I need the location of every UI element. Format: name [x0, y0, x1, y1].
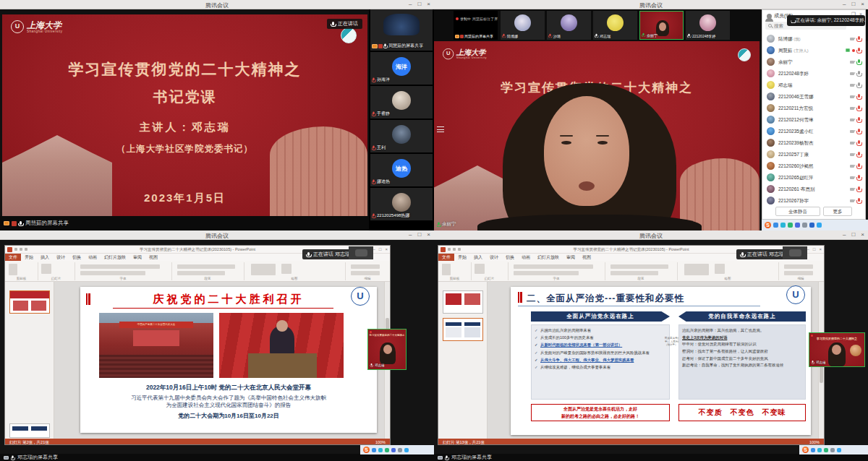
member-row[interactable]: 22120046王雪娜 [762, 91, 865, 103]
minimize-icon[interactable]: – [807, 247, 809, 251]
tab-animations[interactable]: 动画 [518, 254, 534, 261]
slide-thumbnail[interactable] [443, 290, 483, 314]
font-controls[interactable] [80, 271, 145, 275]
tab-slideshow[interactable]: 幻灯片放映 [101, 254, 129, 261]
tray-icon[interactable] [795, 223, 800, 228]
paste-icon[interactable] [442, 264, 451, 275]
zoom-level[interactable]: 100% [809, 440, 820, 444]
tray-icon[interactable] [780, 223, 786, 228]
minimize-icon[interactable]: – [409, 1, 412, 8]
paragraph-controls[interactable] [610, 264, 668, 269]
more-button[interactable]: 更多 [823, 207, 852, 216]
video-tile[interactable]: 陆博娜 [501, 11, 545, 40]
paragraph-controls[interactable] [177, 271, 225, 275]
new-slide-icon[interactable] [475, 264, 485, 274]
tray-icon[interactable] [773, 223, 778, 228]
minimize-icon[interactable]: – [843, 231, 846, 238]
video-tile[interactable]: 王利 [370, 120, 433, 152]
font-controls[interactable] [80, 264, 160, 269]
close-icon[interactable]: × [861, 231, 864, 238]
tab-animations[interactable]: 动画 [85, 254, 101, 261]
member-row[interactable]: 22120211方宏悦 [762, 103, 865, 114]
paragraph-controls[interactable] [610, 271, 658, 275]
member-row[interactable]: 22120248李婷 [762, 68, 865, 79]
video-tile-speaking[interactable]: 佘丽宁 [639, 11, 684, 40]
menu-icon[interactable] [437, 126, 444, 132]
tray-icon[interactable] [824, 448, 828, 452]
tray-icon[interactable] [830, 448, 835, 452]
close-icon[interactable]: × [427, 231, 430, 238]
video-preview-muted[interactable] [783, 246, 807, 259]
presenter-video-overlay[interactable]: 学习宣传贯彻党的二十大精神之 邓志瑞 [367, 329, 407, 370]
mute-all-button[interactable]: 全体静音 [775, 207, 820, 216]
sogou-input-icon[interactable] [765, 222, 771, 228]
tab-insert[interactable]: 插入 [37, 254, 53, 261]
tab-transitions[interactable]: 切换 [69, 254, 85, 261]
video-tile[interactable]: 于睿静 [370, 86, 433, 119]
presenter-video-overlay[interactable]: 学习宣传贯彻党的二十大精神之 邓志瑞 [809, 332, 865, 367]
zoom-level[interactable]: 100% [375, 440, 386, 444]
tab-home[interactable]: 开始 [454, 254, 470, 261]
tray-icon[interactable] [788, 223, 793, 228]
share-preview-tile[interactable]: 周慧茹的屏幕共享 [370, 9, 433, 51]
tab-view[interactable]: 视图 [145, 254, 161, 261]
member-row[interactable]: 22120212何雪琳 [762, 114, 865, 126]
tray-icon[interactable] [802, 223, 807, 228]
member-row[interactable]: 佘丽宁 [762, 56, 865, 68]
close-icon[interactable]: × [427, 1, 430, 8]
editing-controls[interactable] [784, 271, 813, 275]
font-controls[interactable] [514, 264, 593, 269]
tray-icon[interactable] [404, 448, 409, 452]
tab-review[interactable]: 审阅 [129, 254, 145, 261]
tab-transitions[interactable]: 切换 [502, 254, 518, 261]
minimize-icon[interactable]: – [373, 247, 375, 251]
video-tile[interactable]: 邓志瑞 [593, 11, 637, 40]
slide-thumbnail-selected[interactable] [443, 318, 483, 341]
member-row[interactable]: 陆博娜 (我) [762, 33, 865, 45]
tab-file[interactable]: 文件 [5, 254, 21, 261]
font-controls[interactable] [514, 271, 579, 275]
video-preview-muted[interactable] [349, 246, 373, 259]
maximize-icon[interactable]: □ [813, 247, 816, 251]
member-row[interactable]: 22120260沙褐然 [762, 160, 865, 172]
minimize-icon[interactable]: – [843, 1, 846, 8]
arrange-icon[interactable] [715, 264, 725, 274]
member-row[interactable]: 22120265赵红萍 [762, 172, 865, 184]
paragraph-controls[interactable] [177, 264, 235, 269]
video-tile[interactable]: 2212025498热娜 [370, 188, 433, 220]
video-tile[interactable]: 沙璐 [547, 11, 591, 40]
tab-home[interactable]: 开始 [21, 254, 37, 261]
tray-icon[interactable] [372, 448, 376, 452]
slide-thumbnail[interactable] [9, 290, 50, 314]
tab-slideshow[interactable]: 幻灯片放映 [534, 254, 563, 261]
tray-icon[interactable] [385, 448, 389, 452]
tray-icon[interactable] [398, 448, 402, 452]
shapes-gallery[interactable] [684, 264, 709, 275]
editing-controls[interactable] [351, 264, 380, 269]
paste-icon[interactable] [9, 264, 17, 275]
tray-icon[interactable] [378, 448, 383, 452]
tab-review[interactable]: 审阅 [563, 254, 579, 261]
member-row[interactable]: 周慧茹 (主持人) [762, 45, 865, 56]
video-tile[interactable]: 迪热 娜迪热 [370, 154, 433, 186]
maximize-icon[interactable]: □ [851, 231, 855, 238]
tray-icon[interactable] [837, 448, 841, 452]
video-tile[interactable]: 海洋 孙海洋 [370, 52, 433, 85]
member-row[interactable]: 22120257丁康 [762, 149, 865, 160]
maximize-icon[interactable]: □ [417, 1, 421, 8]
tab-design[interactable]: 设计 [53, 254, 69, 261]
member-row[interactable]: 22120235孟小红 [762, 126, 865, 137]
sogou-input-icon[interactable] [363, 447, 370, 453]
arrange-icon[interactable] [281, 264, 292, 274]
share-preview-tile[interactable]: 录制中 周慧茹标注了屏幕共享 周慧茹的屏幕共享 [454, 11, 498, 40]
shapes-gallery[interactable] [251, 264, 276, 275]
maximize-icon[interactable]: □ [379, 247, 382, 251]
editing-controls[interactable] [351, 271, 380, 275]
video-tile[interactable]: 22120248李婷 [686, 11, 730, 40]
slide-thumbnail[interactable] [9, 423, 50, 438]
editing-controls[interactable] [784, 264, 813, 269]
member-row[interactable]: 邓志瑞 [762, 79, 865, 91]
tray-icon[interactable] [811, 448, 815, 452]
tray-icon[interactable] [391, 448, 396, 452]
maximize-icon[interactable]: □ [417, 231, 421, 238]
